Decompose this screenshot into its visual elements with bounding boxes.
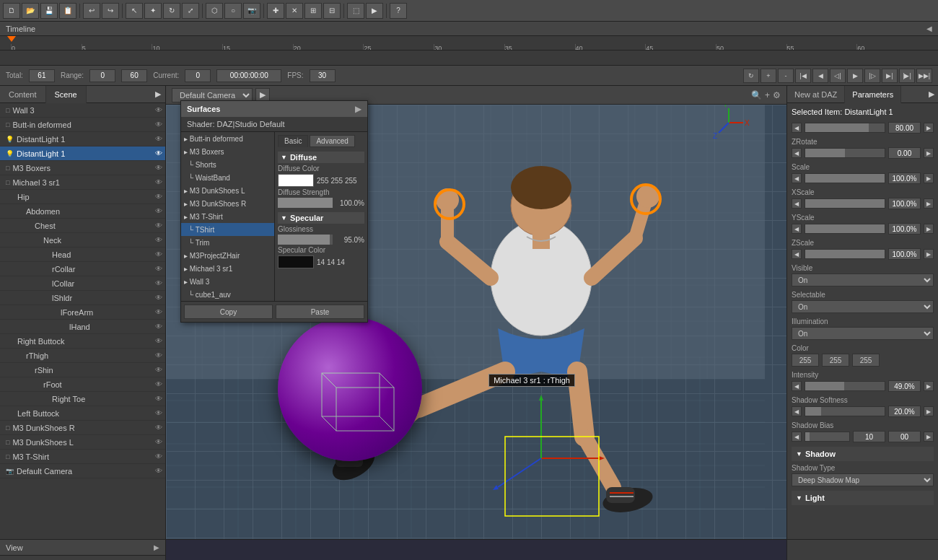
- xscale-arrow-left[interactable]: ◀: [792, 198, 802, 209]
- intensity-arrow-right[interactable]: ▶: [924, 381, 934, 391]
- surf-m3tshirt[interactable]: ▸ M3 T-Shirt: [181, 210, 274, 223]
- surf-paste-btn[interactable]: Paste: [276, 305, 364, 319]
- playhead[interactable]: [11, 36, 12, 50]
- tree-m3dunkshoesL[interactable]: □M3 DunkShoes L 👁: [0, 435, 165, 450]
- surf-tab-basic[interactable]: Basic: [278, 135, 308, 147]
- scale-slider-track[interactable]: [805, 173, 885, 183]
- zrotate-arrow-right[interactable]: ▶: [924, 148, 934, 158]
- toolbar-help[interactable]: ?: [390, 3, 407, 19]
- toolbar-primitive[interactable]: ⬡: [206, 3, 223, 19]
- timeline-expand[interactable]: ◀: [926, 25, 932, 32]
- tree-defaultcamera[interactable]: 📷Default Camera 👁: [0, 464, 165, 478]
- surfaces-header[interactable]: Surfaces ▶: [181, 101, 367, 117]
- color-r[interactable]: 255: [792, 354, 819, 367]
- tree-lshldr[interactable]: lShldr 👁: [0, 291, 165, 305]
- toolbar-rotate[interactable]: ↻: [163, 3, 180, 19]
- scene-tree[interactable]: □Wall 3 👁 □Butt-in deformed 👁 💡DistantLi…: [0, 103, 165, 539]
- toolbar-camera[interactable]: 📷: [243, 3, 260, 19]
- yscale-slider-track[interactable]: [805, 224, 885, 234]
- tree-lhand[interactable]: lHand 👁: [0, 320, 165, 334]
- surf-michael3[interactable]: ▸ Michael 3 sr1: [181, 262, 274, 275]
- diffuse-strength-slider[interactable]: [278, 198, 333, 208]
- tree-neck[interactable]: Neck 👁: [0, 233, 165, 248]
- vp-settings-icon[interactable]: ⚙: [773, 90, 781, 100]
- shadow-softness-slider-track[interactable]: [805, 406, 885, 416]
- toolbar-connect[interactable]: ⊞: [304, 3, 322, 19]
- toolbar-disconnect[interactable]: ⊟: [323, 3, 341, 19]
- tree-m3dunkshoesr[interactable]: □M3 DunkShoes R 👁: [0, 421, 165, 435]
- shadow-bias-arrow-right[interactable]: ▶: [924, 432, 934, 442]
- surf-butt-deformed[interactable]: ▸ Butt-in deformed: [181, 132, 274, 145]
- diffuse-color-swatch[interactable]: [278, 174, 314, 187]
- zrotate-arrow-left[interactable]: ◀: [792, 148, 802, 158]
- total-input[interactable]: [29, 69, 55, 82]
- tree-lcollar[interactable]: lCollar 👁: [0, 276, 165, 291]
- surf-trim[interactable]: └ Trim: [181, 236, 274, 249]
- intensity-slider-track[interactable]: [805, 381, 885, 391]
- tree-abdomen[interactable]: Abdomen 👁: [0, 204, 165, 219]
- shadow-bias-arrow-left[interactable]: ◀: [792, 432, 802, 442]
- tree-m3tshirt[interactable]: □M3 T-Shirt 👁: [0, 450, 165, 464]
- shadow-bias-slider-track[interactable]: [805, 432, 850, 442]
- shadow-type-dropdown[interactable]: Deep Shadow Map Shadow Map Raytraced: [792, 473, 934, 486]
- btn-last-frame[interactable]: ▶▶|: [916, 69, 932, 83]
- tree-lforearm[interactable]: lForeArm 👁: [0, 305, 165, 320]
- shadow-softness-arrow-right[interactable]: ▶: [924, 406, 934, 416]
- shadow-softness-arrow-left[interactable]: ◀: [792, 406, 802, 416]
- surf-shorts[interactable]: └ Shorts: [181, 158, 274, 171]
- scale-arrow-right[interactable]: ▶: [924, 173, 934, 183]
- tree-distantlight1[interactable]: 💡DistantLight 1 👁: [0, 132, 165, 146]
- surf-tshirt[interactable]: └ TShirt: [181, 223, 274, 236]
- zscale-slider-track[interactable]: [805, 249, 885, 259]
- surf-specular-header[interactable]: ▼ Specular: [278, 212, 364, 224]
- light-section-divider[interactable]: ▼ Light: [792, 491, 934, 505]
- color-g[interactable]: 255: [822, 354, 849, 367]
- tab-scene[interactable]: Scene: [46, 86, 87, 103]
- surfaces-tree[interactable]: ▸ Butt-in deformed ▸ M3 Boxers └ Shorts …: [181, 132, 275, 301]
- specular-color-swatch[interactable]: [278, 255, 314, 268]
- toolbar-light[interactable]: ○: [224, 3, 242, 19]
- surf-dunkshoesL[interactable]: ▸ M3 DunkShoes L: [181, 184, 274, 197]
- vp-search-icon[interactable]: 🔍: [751, 90, 762, 100]
- toolbar-add[interactable]: ✚: [267, 3, 284, 19]
- viewport[interactable]: Default Camera ▶ 🔍 + ⚙: [166, 86, 786, 539]
- toolbar-new[interactable]: 🗋: [3, 3, 20, 19]
- btn-step-back[interactable]: ◀: [812, 69, 828, 83]
- toolbar-select[interactable]: ↖: [126, 3, 143, 19]
- tree-rfoot[interactable]: rFoot 👁: [0, 377, 165, 392]
- btn-loop[interactable]: ↻: [743, 69, 759, 83]
- first-slider-track[interactable]: [805, 123, 885, 133]
- tree-chest[interactable]: Chest 👁: [0, 219, 165, 233]
- tree-michael3[interactable]: □Michael 3 sr1 👁: [0, 175, 165, 190]
- toolbar-translate[interactable]: ✦: [144, 3, 162, 19]
- left-panel-expand[interactable]: ▶: [151, 86, 165, 102]
- toolbar-undo[interactable]: ↩: [83, 3, 100, 19]
- tree-rcollar[interactable]: rCollar 👁: [0, 262, 165, 276]
- toolbar-scale[interactable]: ⤢: [182, 3, 199, 19]
- current-input[interactable]: [185, 69, 211, 82]
- yscale-arrow-left[interactable]: ◀: [792, 224, 802, 234]
- tree-wall3[interactable]: □Wall 3 👁: [0, 103, 165, 118]
- toolbar-open[interactable]: 📂: [22, 3, 39, 19]
- tree-rshin[interactable]: rShin 👁: [0, 363, 165, 377]
- surf-wall3[interactable]: ▸ Wall 3: [181, 275, 274, 288]
- surfaces-close-icon[interactable]: ▶: [355, 104, 361, 114]
- tree-distantlight1-sel[interactable]: 💡DistantLight 1 👁: [0, 146, 165, 161]
- zrotate-slider-track[interactable]: [805, 148, 885, 158]
- selectable-dropdown[interactable]: OnOff: [792, 300, 934, 313]
- intensity-arrow-left[interactable]: ◀: [792, 381, 802, 391]
- surf-copy-btn[interactable]: Copy: [184, 305, 273, 319]
- btn-prev-frame[interactable]: |◀: [795, 69, 811, 83]
- btn-next-frame[interactable]: |▶|: [899, 69, 915, 83]
- tree-m3boxers[interactable]: □M3 Boxers 👁: [0, 161, 165, 175]
- tab-parameters[interactable]: Parameters: [845, 86, 901, 103]
- tree-hip[interactable]: Hip 👁: [0, 190, 165, 204]
- visible-dropdown[interactable]: OnOff: [792, 274, 934, 286]
- btn-play-back[interactable]: ◁|: [830, 69, 846, 83]
- range-start-input[interactable]: [89, 69, 115, 82]
- right-panel-expand[interactable]: ▶: [925, 86, 938, 102]
- tab-new-at-daz[interactable]: New at DAZ: [787, 86, 845, 103]
- tree-butt-deformed[interactable]: □Butt-in deformed 👁: [0, 118, 165, 132]
- tree-righttoe[interactable]: Right Toe 👁: [0, 392, 165, 406]
- btn-step-fwd[interactable]: ▶|: [882, 69, 898, 83]
